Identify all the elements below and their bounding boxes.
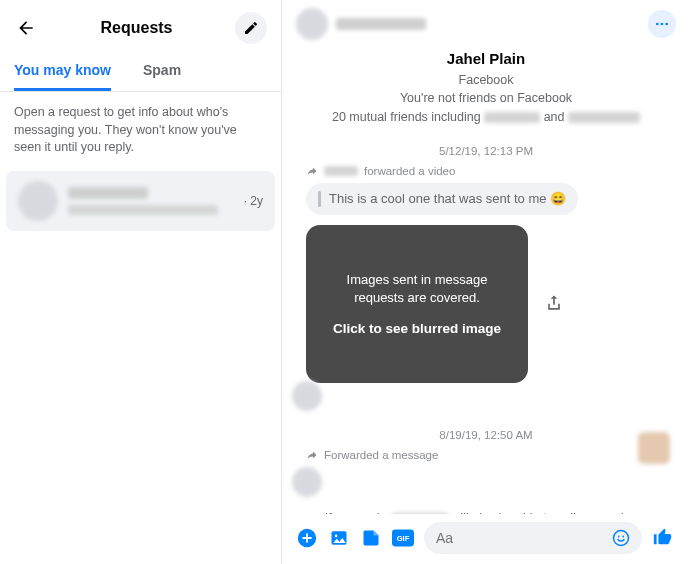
arrow-left-icon xyxy=(16,18,36,38)
avatar xyxy=(18,181,58,221)
not-friends-label: You're not friends on Facebook xyxy=(296,89,676,108)
platform-label: Facebook xyxy=(296,71,676,90)
gif-icon: GIF xyxy=(392,528,414,548)
share-button[interactable] xyxy=(544,293,566,315)
sticker-button[interactable] xyxy=(360,527,382,549)
share-icon xyxy=(544,293,564,313)
compose-button[interactable] xyxy=(235,12,267,44)
message-input-wrap[interactable] xyxy=(424,522,642,554)
svg-point-2 xyxy=(665,23,668,26)
redacted-name xyxy=(324,166,358,176)
image-icon xyxy=(329,528,349,548)
svg-point-10 xyxy=(622,536,624,538)
emoji-button[interactable] xyxy=(612,529,630,547)
cover-text: Images sent in message requests are cove… xyxy=(322,271,512,307)
chat-info: Jahel Plain Facebook You're not friends … xyxy=(296,48,676,127)
sticker-attachment xyxy=(638,432,670,464)
quote-bar-icon xyxy=(318,191,321,207)
redacted-preview xyxy=(68,205,218,215)
more-horizontal-icon xyxy=(654,16,670,32)
redacted-name xyxy=(568,112,640,123)
plus-circle-icon xyxy=(296,527,318,549)
forward-icon xyxy=(306,165,318,177)
redacted-name xyxy=(336,18,426,30)
redacted-name xyxy=(392,513,448,514)
avatar xyxy=(296,8,328,40)
tab-spam[interactable]: Spam xyxy=(143,52,181,91)
cover-cta: Click to see blurred image xyxy=(333,321,501,336)
covered-image[interactable]: Images sent in message requests are cove… xyxy=(306,225,528,383)
forwarded-label: Forwarded a message xyxy=(306,449,676,461)
avatar xyxy=(292,381,322,411)
quote-text: This is a cool one that was sent to me 😄 xyxy=(329,191,566,206)
page-title: Requests xyxy=(100,19,172,37)
svg-point-0 xyxy=(656,23,659,26)
back-button[interactable] xyxy=(14,16,38,40)
svg-point-5 xyxy=(335,535,338,538)
svg-point-1 xyxy=(661,23,664,26)
timestamp: 8/19/19, 12:50 AM xyxy=(296,429,676,441)
timestamp: 5/12/19, 12:13 PM xyxy=(296,145,676,157)
svg-point-8 xyxy=(614,531,629,546)
quoted-bubble: This is a cool one that was sent to me 😄 xyxy=(306,183,578,215)
smile-icon xyxy=(612,529,630,547)
image-button[interactable] xyxy=(328,527,350,549)
message-input[interactable] xyxy=(436,530,612,546)
gif-button[interactable]: GIF xyxy=(392,527,414,549)
like-button[interactable] xyxy=(652,526,676,550)
pencil-icon xyxy=(243,20,259,36)
mutual-friends-label: 20 mutual friends including and xyxy=(296,108,676,127)
svg-point-9 xyxy=(618,536,620,538)
avatar xyxy=(292,467,322,497)
request-text xyxy=(68,187,234,215)
svg-text:GIF: GIF xyxy=(397,534,410,543)
sticker-icon xyxy=(361,528,381,548)
more-button[interactable] xyxy=(648,10,676,38)
forward-icon xyxy=(306,449,318,461)
requests-hint: Open a request to get info about who's m… xyxy=(0,92,281,169)
tab-you-may-know[interactable]: You may know xyxy=(14,52,111,91)
request-item[interactable]: · 2y xyxy=(6,171,275,231)
forwarded-label: forwarded a video xyxy=(306,165,676,177)
redacted-name xyxy=(68,187,148,199)
contact-name: Jahel Plain xyxy=(296,48,676,71)
redacted-name xyxy=(484,112,540,123)
add-button[interactable] xyxy=(296,527,318,549)
request-time: · 2y xyxy=(244,194,263,208)
thumbs-up-icon xyxy=(652,526,674,548)
